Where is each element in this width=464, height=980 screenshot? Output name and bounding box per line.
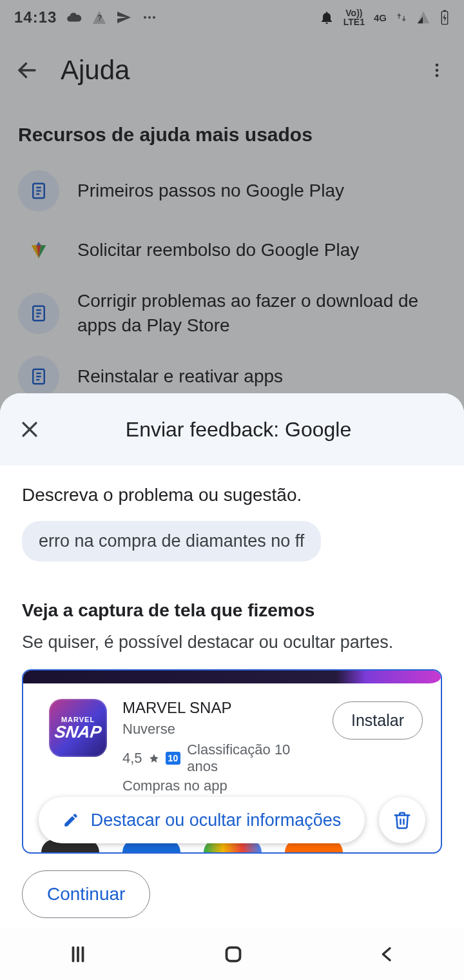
describe-label: Descreva o problema ou sugestão.: [22, 485, 442, 505]
trash-icon: [392, 810, 412, 830]
feedback-bottom-sheet: Enviar feedback: Google Descreva o probl…: [0, 393, 464, 980]
highlight-hide-label: Destacar ou ocultar informações: [91, 810, 342, 830]
star-icon: [149, 753, 159, 763]
age-badge: 10: [166, 752, 181, 765]
screenshot-section-title: Veja a captura de tela que fizemos: [22, 600, 442, 621]
edit-icon: [63, 812, 79, 828]
app-icon: MARVEL SNAP: [49, 699, 107, 757]
app-title: MARVEL SNAP: [122, 699, 317, 717]
delete-screenshot-button[interactable]: [379, 797, 425, 843]
nav-back-icon[interactable]: [377, 944, 398, 965]
sheet-title: Enviar feedback: Google: [57, 418, 449, 442]
suggestion-chip[interactable]: erro na compra de diamantes no ff: [22, 521, 321, 562]
system-nav-bar: [0, 928, 464, 980]
app-rating-row: 4,5 10 Classificação 10 anos: [122, 741, 317, 775]
app-meta: MARVEL SNAP Nuverse 4,5 10 Classificação…: [122, 699, 317, 794]
nav-home-icon[interactable]: [222, 943, 245, 966]
screenshot-top-strip: [23, 671, 441, 683]
app-iap: Compras no app: [122, 778, 317, 794]
app-publisher: Nuverse: [122, 721, 317, 738]
svg-rect-27: [226, 948, 240, 961]
sheet-header: Enviar feedback: Google: [0, 393, 464, 466]
screenshot-section-subtext: Se quiser, é possível destacar ou oculta…: [22, 632, 442, 652]
continue-button[interactable]: Continuar: [22, 870, 150, 918]
highlight-hide-button[interactable]: Destacar ou ocultar informações: [39, 797, 365, 843]
close-icon[interactable]: [15, 415, 44, 444]
nav-recents-icon[interactable]: [66, 943, 90, 966]
install-button[interactable]: Instalar: [333, 701, 423, 740]
screenshot-preview[interactable]: MARVEL SNAP MARVEL SNAP Nuverse 4,5 10 C…: [22, 669, 442, 854]
